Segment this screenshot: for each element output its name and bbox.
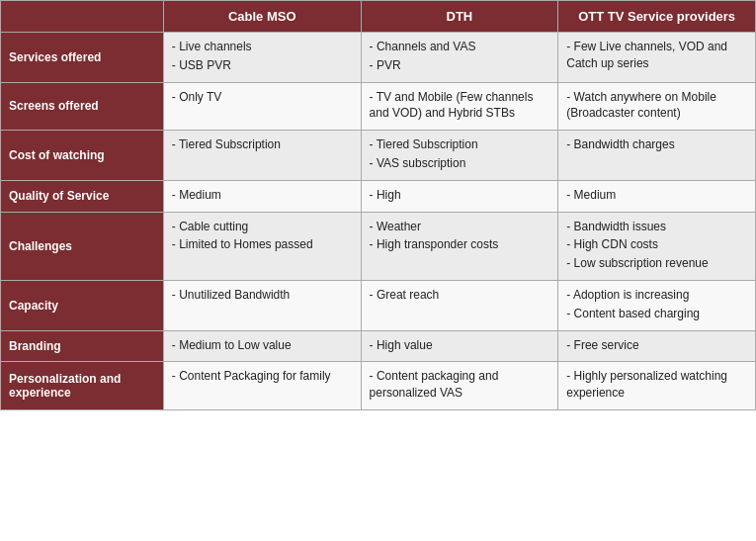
cell-item: Free service bbox=[566, 337, 747, 354]
table-row-branding: BrandingMedium to Low valueHigh valueFre… bbox=[1, 330, 756, 362]
cell-capacity-col2: Great reach bbox=[361, 280, 558, 330]
header-dth: DTH bbox=[361, 1, 558, 33]
cell-item: VAS subscription bbox=[370, 155, 550, 172]
table-row-cost-of-watching: Cost of watchingTiered SubscriptionTiere… bbox=[1, 131, 756, 181]
cell-item: Bandwidth issues bbox=[566, 219, 747, 235]
cell-item: Medium bbox=[172, 187, 353, 204]
cell-cost-of-watching-col3: Bandwidth charges bbox=[558, 131, 756, 181]
cell-item: Unutilized Bandwidth bbox=[172, 287, 353, 304]
cell-services-offered-col1: Live channelsUSB PVR bbox=[163, 33, 361, 83]
cell-item: Live channels bbox=[172, 39, 353, 55]
cell-quality-of-service-col3: Medium bbox=[558, 180, 756, 212]
cell-item: Content Packaging for family bbox=[172, 368, 353, 385]
cell-item: USB PVR bbox=[172, 57, 353, 74]
cell-item: Only TV bbox=[172, 89, 353, 106]
cell-item: High bbox=[370, 187, 550, 204]
cell-item: Watch anywhere on Mobile (Broadcaster co… bbox=[566, 89, 747, 123]
cell-branding-col1: Medium to Low value bbox=[163, 330, 361, 362]
header-empty bbox=[1, 1, 164, 33]
cell-personalization-col3: Highly personalized watching experience bbox=[558, 362, 756, 410]
row-header-quality-of-service: Quality of Service bbox=[1, 180, 164, 212]
cell-item: Channels and VAS bbox=[370, 39, 550, 55]
cell-cost-of-watching-col1: Tiered Subscription bbox=[163, 131, 361, 181]
row-header-screens-offered: Screens offered bbox=[1, 82, 164, 131]
cell-item: Content based charging bbox=[566, 306, 747, 322]
cell-item: Medium to Low value bbox=[172, 337, 353, 354]
cell-challenges-col2: WeatherHigh transponder costs bbox=[361, 212, 558, 280]
row-header-services-offered: Services offered bbox=[1, 33, 164, 83]
table-row-quality-of-service: Quality of ServiceMediumHighMedium bbox=[1, 180, 756, 212]
table-row-capacity: CapacityUnutilized BandwidthGreat reachA… bbox=[1, 280, 756, 330]
cell-screens-offered-col2: TV and Mobile (Few channels and VOD) and… bbox=[361, 82, 558, 131]
cell-branding-col2: High value bbox=[361, 330, 558, 362]
cell-item: PVR bbox=[370, 57, 550, 74]
cell-challenges-col1: Cable cuttingLimited to Homes passed bbox=[163, 212, 361, 280]
row-header-challenges: Challenges bbox=[1, 212, 164, 280]
cell-item: Tiered Subscription bbox=[370, 136, 550, 153]
row-header-capacity: Capacity bbox=[1, 280, 164, 330]
cell-item: Few Live channels, VOD and Catch up seri… bbox=[566, 39, 747, 72]
cell-capacity-col3: Adoption is increasingContent based char… bbox=[558, 280, 756, 330]
table-row-challenges: ChallengesCable cuttingLimited to Homes … bbox=[1, 212, 756, 280]
cell-item: Highly personalized watching experience bbox=[566, 368, 747, 402]
cell-item: Adoption is increasing bbox=[566, 287, 747, 304]
cell-item: High transponder costs bbox=[370, 236, 550, 253]
cell-cost-of-watching-col2: Tiered SubscriptionVAS subscription bbox=[361, 131, 558, 181]
cell-screens-offered-col3: Watch anywhere on Mobile (Broadcaster co… bbox=[558, 82, 756, 131]
cell-item: Content packaging and personalized VAS bbox=[370, 368, 550, 402]
cell-capacity-col1: Unutilized Bandwidth bbox=[163, 280, 361, 330]
cell-services-offered-col2: Channels and VASPVR bbox=[361, 33, 558, 83]
table-row-screens-offered: Screens offeredOnly TVTV and Mobile (Few… bbox=[1, 82, 756, 131]
table-header-row: Cable MSO DTH OTT TV Service providers bbox=[1, 1, 756, 33]
cell-screens-offered-col1: Only TV bbox=[163, 82, 361, 131]
cell-item: TV and Mobile (Few channels and VOD) and… bbox=[370, 89, 550, 123]
cell-item: Limited to Homes passed bbox=[172, 236, 353, 253]
cell-quality-of-service-col2: High bbox=[361, 180, 558, 212]
header-ott: OTT TV Service providers bbox=[558, 1, 756, 33]
header-cable-mso: Cable MSO bbox=[163, 1, 361, 33]
cell-personalization-col2: Content packaging and personalized VAS bbox=[361, 362, 558, 410]
cell-item: Medium bbox=[566, 187, 747, 204]
row-header-personalization: Personalization and experience bbox=[1, 362, 164, 410]
comparison-table: Cable MSO DTH OTT TV Service providers S… bbox=[0, 0, 756, 410]
cell-item: Low subscription revenue bbox=[566, 255, 747, 272]
cell-services-offered-col3: Few Live channels, VOD and Catch up seri… bbox=[558, 33, 756, 83]
cell-item: High CDN costs bbox=[566, 236, 747, 253]
cell-item: Tiered Subscription bbox=[172, 136, 353, 153]
row-header-cost-of-watching: Cost of watching bbox=[1, 131, 164, 181]
table-row-personalization: Personalization and experienceContent Pa… bbox=[1, 362, 756, 410]
cell-challenges-col3: Bandwidth issuesHigh CDN costsLow subscr… bbox=[558, 212, 756, 280]
cell-item: Great reach bbox=[370, 287, 550, 304]
table-row-services-offered: Services offeredLive channelsUSB PVRChan… bbox=[1, 33, 756, 83]
cell-item: Weather bbox=[370, 219, 550, 235]
cell-item: Cable cutting bbox=[172, 219, 353, 235]
cell-item: High value bbox=[370, 337, 550, 354]
row-header-branding: Branding bbox=[1, 330, 164, 362]
cell-branding-col3: Free service bbox=[558, 330, 756, 362]
cell-personalization-col1: Content Packaging for family bbox=[163, 362, 361, 410]
cell-quality-of-service-col1: Medium bbox=[163, 180, 361, 212]
cell-item: Bandwidth charges bbox=[566, 136, 747, 153]
